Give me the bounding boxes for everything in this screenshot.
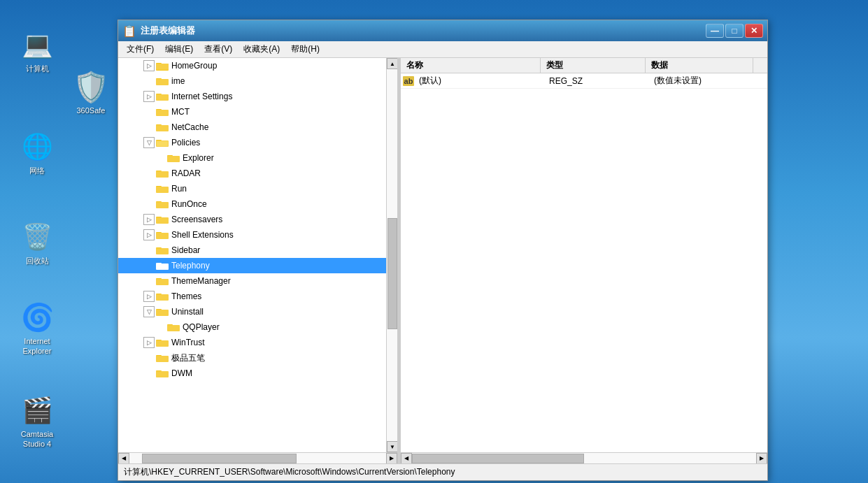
svg-rect-6 — [156, 94, 169, 101]
right-hscroll-thumb[interactable] — [412, 454, 584, 463]
tree-label: Explorer — [183, 153, 214, 163]
tree-label: Telephony — [171, 261, 210, 271]
tree-hscrollbar[interactable]: ◀ ▶ — [118, 452, 397, 463]
hscroll-thumb[interactable] — [142, 454, 296, 463]
svg-rect-37 — [167, 325, 180, 331]
registry-editor-window: 📋 注册表编辑器 — □ ✕ 文件(F) 编辑(E) 查看(V) 收藏夹(A) … — [118, 20, 768, 481]
right-hscroll-right[interactable]: ▶ — [756, 453, 767, 464]
reg-value-name: (默认) — [416, 75, 549, 87]
tree-label: Themes — [171, 291, 201, 301]
desktop-icon-label: 网络 — [29, 166, 45, 175]
expand-uninstall[interactable]: ▽ — [143, 306, 155, 317]
tree-item-wintrust[interactable]: ▷ WinTrust — [118, 335, 397, 350]
folder-icon-open — [156, 307, 169, 317]
expand-shell-extensions[interactable]: ▷ — [143, 229, 155, 240]
window-title: 注册表编辑器 — [141, 24, 195, 37]
tree-item-themes[interactable]: ▷ Themes — [118, 289, 397, 304]
title-bar: 📋 注册表编辑器 — □ ✕ — [118, 20, 767, 41]
tree-item-qqplayer[interactable]: QQPlayer — [118, 319, 397, 335]
tree-item-internet-settings[interactable]: ▷ Internet Settings — [118, 89, 397, 104]
tree-item-policies[interactable]: ▽ Policies — [118, 135, 397, 150]
menu-help[interactable]: 帮助(H) — [285, 42, 325, 57]
menu-favorites[interactable]: 收藏夹(A) — [238, 42, 285, 57]
svg-rect-39 — [156, 340, 169, 347]
tree-item-shell-extensions[interactable]: ▷ Shell Extensions — [118, 227, 397, 243]
column-header-type[interactable]: 类型 — [541, 58, 646, 73]
status-bar: 计算机\HKEY_CURRENT_USER\Software\Microsoft… — [118, 463, 767, 480]
svg-rect-15 — [167, 156, 180, 162]
tree-item-explorer[interactable]: Explorer — [118, 150, 397, 166]
svg-rect-4 — [156, 79, 169, 85]
desktop-icon-recycle[interactable]: 🗑️ 回收站 — [13, 220, 62, 266]
menu-view[interactable]: 查看(V) — [199, 42, 238, 57]
tree-label: RunOnce — [171, 199, 207, 209]
svg-rect-43 — [156, 371, 169, 377]
tree-item-homegroup[interactable]: ▷ HomeGroup — [118, 58, 397, 73]
registry-row-default[interactable]: ab (默认) REG_SZ (数值未设置) — [401, 73, 767, 89]
tree-label: ThemeManager — [171, 276, 231, 286]
tree-item-mct[interactable]: MCT — [118, 104, 397, 120]
tree-label: NetCache — [171, 122, 208, 132]
right-panel-header: 名称 类型 数据 — [401, 58, 767, 73]
tree-item-run[interactable]: Run — [118, 181, 397, 196]
expand-policies[interactable]: ▽ — [143, 137, 155, 148]
minimize-button[interactable]: — — [706, 24, 724, 38]
menu-file[interactable]: 文件(F) — [121, 42, 159, 57]
maximize-button[interactable]: □ — [725, 24, 744, 38]
folder-icon-open — [156, 138, 169, 147]
tree-label: Internet Settings — [171, 92, 232, 101]
tree-item-thememanager[interactable]: ThemeManager — [118, 273, 397, 289]
svg-rect-27 — [156, 248, 169, 254]
folder-icon — [156, 61, 169, 71]
tree-item-screensavers[interactable]: ▷ Screensavers — [118, 212, 397, 227]
desktop-icon-360safe[interactable]: 🛡️ 360Safe — [66, 70, 115, 115]
folder-icon — [156, 107, 169, 117]
hscroll-left-btn[interactable]: ◀ — [118, 453, 129, 464]
tree-label: ime — [171, 76, 185, 86]
svg-rect-41 — [156, 356, 169, 362]
tree-item-runonce[interactable]: RunOnce — [118, 196, 397, 212]
desktop-icon-computer[interactable]: 💻 计算机 — [13, 28, 62, 73]
desktop-icon-ie[interactable]: 🌀 InternetExplorer — [13, 301, 62, 356]
tree-item-dwm[interactable]: DWM — [118, 366, 397, 381]
tree-label: HomeGroup — [171, 61, 217, 71]
tree-label: MCT — [171, 107, 190, 117]
tree-vscrollbar[interactable]: ▲ ▼ — [386, 58, 397, 452]
folder-icon — [156, 338, 169, 347]
tree-scroll[interactable]: ▷ HomeGroup ime ▷ — [118, 58, 397, 452]
tree-item-radar[interactable]: RADAR — [118, 166, 397, 181]
svg-rect-17 — [156, 171, 169, 178]
svg-rect-2 — [156, 64, 169, 70]
expand-themes[interactable]: ▷ — [143, 291, 155, 302]
svg-rect-35 — [156, 310, 169, 316]
expand-internet-settings[interactable]: ▷ — [143, 91, 155, 102]
svg-rect-29 — [156, 264, 169, 270]
folder-icon — [156, 230, 169, 240]
right-hscrollbar[interactable]: ◀ ▶ — [401, 452, 767, 463]
desktop-icon-network[interactable]: 🌐 网络 — [13, 130, 62, 175]
scroll-thumb[interactable] — [387, 218, 397, 330]
hscroll-right-btn[interactable]: ▶ — [386, 453, 397, 464]
svg-rect-25 — [156, 233, 169, 239]
column-header-data[interactable]: 数据 — [646, 58, 753, 73]
right-hscroll-left[interactable]: ◀ — [401, 453, 412, 464]
tree-label: Uninstall — [171, 307, 204, 317]
tree-item-netcache[interactable]: NetCache — [118, 120, 397, 135]
scroll-down-btn[interactable]: ▼ — [387, 441, 398, 452]
scroll-up-btn[interactable]: ▲ — [387, 58, 398, 69]
expand-wintrust[interactable]: ▷ — [143, 337, 155, 348]
tree-item-ime[interactable]: ime — [118, 73, 397, 89]
menu-edit[interactable]: 编辑(E) — [159, 42, 199, 57]
right-panel-content: ab (默认) REG_SZ (数值未设置) — [401, 73, 767, 452]
close-button[interactable]: ✕ — [745, 24, 763, 38]
tree-item-telephony[interactable]: Telephony — [118, 258, 397, 273]
tree-item-jipinfive[interactable]: 极品五笔 — [118, 350, 397, 366]
expand-homegroup[interactable]: ▷ — [143, 60, 155, 71]
reg-value-type: REG_SZ — [549, 76, 654, 86]
desktop-icon-camtasia[interactable]: 🎬 CamtasiaStudio 4 — [13, 394, 62, 449]
column-header-name[interactable]: 名称 — [401, 58, 541, 73]
expand-screensavers[interactable]: ▷ — [143, 214, 155, 225]
tree-item-uninstall[interactable]: ▽ Uninstall — [118, 304, 397, 319]
tree-item-sidebar[interactable]: Sidebar — [118, 243, 397, 258]
folder-icon — [156, 122, 169, 132]
